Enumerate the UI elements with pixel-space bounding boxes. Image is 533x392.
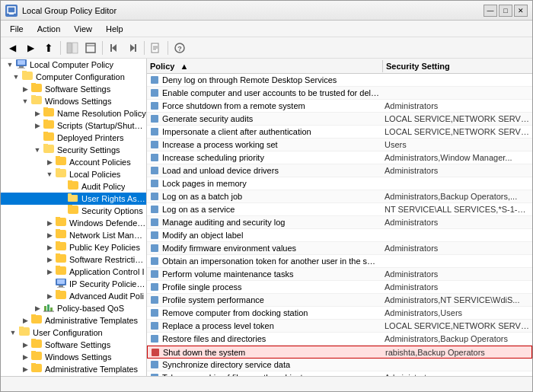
expand-icon: ▶: [43, 219, 56, 227]
list-item[interactable]: Generate security audits LOCAL SERVICE,N…: [147, 113, 532, 126]
list-item[interactable]: Log on as a service NT SERVICE\ALL SERVI…: [147, 203, 532, 216]
list-item[interactable]: Deny log on through Remote Desktop Servi…: [147, 74, 532, 87]
new-window-button[interactable]: [82, 40, 99, 56]
svg-rect-27: [47, 304, 49, 311]
help-button[interactable]: ?: [171, 40, 188, 56]
expand-icon: ▶: [31, 134, 43, 142]
show-hide-console[interactable]: [64, 40, 81, 56]
list-item[interactable]: Manage auditing and security log Adminis…: [147, 216, 532, 229]
sidebar-item-software-settings[interactable]: ▶ Software Settings: [1, 83, 146, 95]
sidebar-label-windows-defender: Windows Defender F: [69, 218, 146, 228]
list-body: Deny log on through Remote Desktop Servi…: [147, 74, 532, 376]
sidebar-item-ip-security[interactable]: ▶ IP Security Policies o: [1, 278, 146, 290]
folder-icon-ura: [68, 193, 80, 204]
sidebar-item-windows-settings[interactable]: ▼ Windows Settings: [1, 95, 146, 107]
setting-text: Users: [381, 140, 532, 149]
sort-icon: ▲: [180, 62, 188, 71]
policy-icon: [148, 359, 161, 370]
up-button[interactable]: ⬆: [40, 40, 57, 56]
folder-icon-ss: [31, 84, 43, 94]
toolbar-sep-3: [144, 41, 145, 55]
list-item[interactable]: Lock pages in memory: [147, 177, 532, 190]
list-item-shutdown[interactable]: Shut down the system rabishta,Backup Ope…: [147, 346, 532, 359]
sidebar-item-name-resolution[interactable]: ▶ Name Resolution Policy: [1, 107, 146, 120]
col-header-policy[interactable]: Policy ▲: [147, 60, 383, 72]
setting-text: Administrators: [381, 244, 532, 253]
forward-btn2[interactable]: [124, 40, 141, 56]
list-item[interactable]: Perform volume maintenance tasks Adminis…: [147, 268, 532, 281]
svg-rect-24: [59, 285, 63, 287]
setting-text: Administrators,Users: [381, 308, 532, 317]
sidebar-item-user-admin-templates[interactable]: ▶ Administrative Templates: [1, 363, 146, 375]
computer-icon: [16, 59, 28, 70]
list-item[interactable]: Load and unload device drivers Administr…: [147, 164, 532, 177]
list-item[interactable]: Modify an object label: [147, 229, 532, 242]
right-panel: Policy ▲ Security Setting Deny log on th…: [147, 59, 532, 376]
expand-icon: ▶: [56, 207, 68, 215]
window-controls: — □ ✕: [484, 5, 528, 17]
menu-view[interactable]: View: [68, 23, 98, 35]
folder-icon-lp: [56, 169, 68, 180]
expand-icon: ▶: [19, 85, 31, 93]
policy-text: Profile system performance: [161, 295, 381, 304]
list-item[interactable]: Modify firmware environment values Admin…: [147, 242, 532, 255]
sidebar-item-app-control[interactable]: ▶ Application Control I: [1, 266, 146, 278]
col-setting-label: Security Setting: [386, 62, 450, 71]
sidebar-label-user-windows: Windows Settings: [45, 352, 111, 362]
list-item[interactable]: Increase scheduling priority Administrat…: [147, 151, 532, 164]
sidebar-item-user-windows[interactable]: ▶ Windows Settings: [1, 351, 146, 363]
expand-icon: ▶: [43, 280, 56, 288]
sidebar-item-advanced-audit[interactable]: ▶ Advanced Audit Poli: [1, 290, 146, 302]
list-item[interactable]: Increase a process working set Users: [147, 139, 532, 151]
sidebar-item-user-configuration[interactable]: ▼ User Configuration: [1, 327, 146, 339]
list-item[interactable]: Force shutdown from a remote system Admi…: [147, 100, 532, 113]
sidebar-item-software-restriction[interactable]: ▶ Software Restriction I: [1, 253, 146, 266]
sidebar-item-user-software[interactable]: ▶ Software Settings: [1, 339, 146, 351]
setting-text: rabishta,Backup Operators: [382, 348, 531, 357]
sidebar-item-audit-policy[interactable]: ▶ Audit Policy: [1, 180, 146, 193]
list-item[interactable]: Profile system performance Administrator…: [147, 294, 532, 307]
col-header-setting[interactable]: Security Setting: [383, 60, 532, 72]
menu-file[interactable]: File: [4, 23, 30, 35]
menu-action[interactable]: Action: [31, 23, 67, 35]
sidebar-item-local-computer-policy[interactable]: ▼ Local Computer Policy: [1, 59, 146, 71]
sidebar-item-security-settings[interactable]: ▼ Security Settings: [1, 144, 146, 156]
list-item[interactable]: Impersonate a client after authenticatio…: [147, 126, 532, 139]
sidebar-item-policy-qos[interactable]: ▶ Policy-based QoS: [1, 302, 146, 314]
list-item[interactable]: Restore files and directories Administra…: [147, 333, 532, 346]
sidebar-label-name-resolution: Name Resolution Policy: [57, 109, 146, 118]
forward-button[interactable]: ▶: [22, 40, 39, 56]
sidebar-item-admin-templates[interactable]: ▶ Administrative Templates: [1, 314, 146, 327]
list-item[interactable]: Obtain an impersonation token for anothe…: [147, 255, 532, 268]
sidebar-item-user-rights[interactable]: ▶ User Rights Assign: [1, 193, 146, 205]
policy-icon: [148, 126, 161, 137]
svg-rect-7: [110, 44, 112, 52]
policy-text: Shut down the system: [161, 348, 382, 357]
svg-rect-18: [19, 66, 24, 68]
expand-icon: ▶: [43, 244, 56, 251]
sidebar-item-scripts[interactable]: ▶ Scripts (Startup/Shutdow: [1, 120, 146, 132]
export-button[interactable]: [148, 40, 164, 56]
list-item[interactable]: Log on as a batch job Administrators,Bac…: [147, 190, 532, 203]
sidebar-item-computer-configuration[interactable]: ▼ Computer Configuration: [1, 71, 146, 83]
sidebar-item-network-list[interactable]: ▶ Network List Manage: [1, 229, 146, 241]
list-item[interactable]: Remove computer from docking station Adm…: [147, 307, 532, 320]
svg-rect-1: [9, 13, 14, 14]
sidebar-item-account-policies[interactable]: ▶ Account Policies: [1, 156, 146, 168]
minimize-button[interactable]: —: [484, 5, 497, 17]
maximize-button[interactable]: □: [499, 5, 512, 17]
back-button[interactable]: ◀: [4, 40, 21, 56]
sidebar-item-security-options[interactable]: ▶ Security Options: [1, 205, 146, 217]
list-item[interactable]: Enable computer and user accounts to be …: [147, 87, 532, 100]
sidebar-item-local-policies[interactable]: ▼ Local Policies: [1, 168, 146, 180]
close-button[interactable]: ✕: [514, 5, 528, 17]
back-btn2[interactable]: [106, 40, 123, 56]
sidebar-item-deployed-printers[interactable]: ▶ Deployed Printers: [1, 132, 146, 144]
list-item[interactable]: Synchronize directory service data: [147, 359, 532, 371]
sidebar-item-windows-defender[interactable]: ▶ Windows Defender F: [1, 217, 146, 229]
list-item[interactable]: Replace a process level token LOCAL SERV…: [147, 320, 532, 333]
list-item[interactable]: Profile single process Administrators: [147, 281, 532, 294]
menu-help[interactable]: Help: [100, 23, 129, 35]
folder-icon-aup: [68, 181, 80, 192]
sidebar-item-public-key[interactable]: ▶ Public Key Policies: [1, 241, 146, 253]
